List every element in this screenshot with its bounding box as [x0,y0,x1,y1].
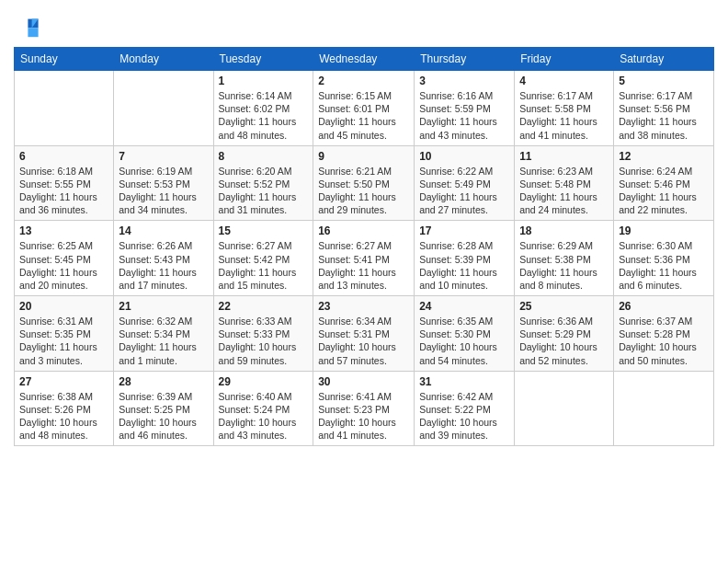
day-header-wednesday: Wednesday [313,48,415,71]
day-info: Sunrise: 6:37 AM Sunset: 5:28 PM Dayligh… [619,315,709,367]
day-header-friday: Friday [515,48,614,71]
day-number: 9 [318,150,409,163]
day-info: Sunrise: 6:38 AM Sunset: 5:26 PM Dayligh… [19,390,108,442]
day-number: 30 [318,375,409,388]
day-number: 18 [519,224,609,237]
day-info: Sunrise: 6:41 AM Sunset: 5:23 PM Dayligh… [318,390,409,442]
day-info: Sunrise: 6:39 AM Sunset: 5:25 PM Dayligh… [119,390,208,442]
calendar-cell: 1Sunrise: 6:14 AM Sunset: 6:02 PM Daylig… [213,71,313,146]
day-number: 4 [519,75,609,87]
day-number: 7 [119,150,208,163]
day-number: 27 [19,375,108,388]
day-info: Sunrise: 6:14 AM Sunset: 6:02 PM Dayligh… [219,89,309,142]
day-info: Sunrise: 6:42 AM Sunset: 5:22 PM Dayligh… [419,390,509,442]
day-info: Sunrise: 6:32 AM Sunset: 5:34 PM Dayligh… [119,315,208,367]
calendar-week-row: 6Sunrise: 6:18 AM Sunset: 5:55 PM Daylig… [15,145,714,221]
calendar-cell: 3Sunrise: 6:16 AM Sunset: 5:59 PM Daylig… [415,71,515,146]
day-number: 21 [119,300,208,313]
svg-marker-2 [28,28,38,37]
calendar-cell: 4Sunrise: 6:17 AM Sunset: 5:58 PM Daylig… [515,71,614,146]
calendar-table: SundayMondayTuesdayWednesdayThursdayFrid… [14,47,714,446]
day-info: Sunrise: 6:35 AM Sunset: 5:30 PM Dayligh… [419,315,509,367]
day-info: Sunrise: 6:40 AM Sunset: 5:24 PM Dayligh… [219,390,309,442]
day-info: Sunrise: 6:17 AM Sunset: 5:56 PM Dayligh… [619,89,709,142]
calendar-header-row: SundayMondayTuesdayWednesdayThursdayFrid… [15,48,714,71]
day-info: Sunrise: 6:21 AM Sunset: 5:50 PM Dayligh… [318,165,409,217]
day-info: Sunrise: 6:31 AM Sunset: 5:35 PM Dayligh… [19,315,108,367]
day-number: 13 [19,224,108,237]
calendar-cell [114,71,213,146]
calendar-cell: 7Sunrise: 6:19 AM Sunset: 5:53 PM Daylig… [114,145,213,221]
calendar-cell: 18Sunrise: 6:29 AM Sunset: 5:38 PM Dayli… [515,221,614,296]
calendar-cell: 26Sunrise: 6:37 AM Sunset: 5:28 PM Dayli… [614,296,714,372]
calendar-week-row: 27Sunrise: 6:38 AM Sunset: 5:26 PM Dayli… [15,371,714,446]
day-info: Sunrise: 6:16 AM Sunset: 5:59 PM Dayligh… [419,89,509,142]
calendar-cell [515,371,614,446]
day-info: Sunrise: 6:29 AM Sunset: 5:38 PM Dayligh… [519,239,609,292]
day-number: 23 [318,300,409,313]
calendar-cell: 12Sunrise: 6:24 AM Sunset: 5:46 PM Dayli… [614,145,714,221]
header [14,9,714,40]
calendar-cell: 9Sunrise: 6:21 AM Sunset: 5:50 PM Daylig… [313,145,415,221]
calendar-cell [614,371,714,446]
logo-icon [14,14,40,40]
day-info: Sunrise: 6:24 AM Sunset: 5:46 PM Dayligh… [619,165,709,217]
day-header-monday: Monday [114,48,213,71]
day-number: 2 [318,75,409,87]
day-number: 26 [619,300,709,313]
day-info: Sunrise: 6:34 AM Sunset: 5:31 PM Dayligh… [318,315,409,367]
calendar-cell: 2Sunrise: 6:15 AM Sunset: 6:01 PM Daylig… [313,71,415,146]
calendar-week-row: 13Sunrise: 6:25 AM Sunset: 5:45 PM Dayli… [15,221,714,296]
day-info: Sunrise: 6:30 AM Sunset: 5:36 PM Dayligh… [619,239,709,292]
calendar-cell: 25Sunrise: 6:36 AM Sunset: 5:29 PM Dayli… [515,296,614,372]
day-info: Sunrise: 6:20 AM Sunset: 5:52 PM Dayligh… [219,165,309,217]
day-number: 5 [619,75,709,87]
day-info: Sunrise: 6:36 AM Sunset: 5:29 PM Dayligh… [519,315,609,367]
day-number: 25 [519,300,609,313]
day-number: 19 [619,224,709,237]
calendar-cell: 21Sunrise: 6:32 AM Sunset: 5:34 PM Dayli… [114,296,213,372]
calendar-week-row: 20Sunrise: 6:31 AM Sunset: 5:35 PM Dayli… [15,296,714,372]
day-info: Sunrise: 6:19 AM Sunset: 5:53 PM Dayligh… [119,165,208,217]
calendar-cell: 8Sunrise: 6:20 AM Sunset: 5:52 PM Daylig… [213,145,313,221]
calendar-cell: 23Sunrise: 6:34 AM Sunset: 5:31 PM Dayli… [313,296,415,372]
calendar-cell: 13Sunrise: 6:25 AM Sunset: 5:45 PM Dayli… [15,221,114,296]
logo [14,14,43,40]
calendar-cell: 11Sunrise: 6:23 AM Sunset: 5:48 PM Dayli… [515,145,614,221]
day-number: 24 [419,300,509,313]
day-number: 10 [419,150,509,163]
day-number: 16 [318,224,409,237]
calendar-cell [15,71,114,146]
day-number: 3 [419,75,509,87]
calendar-cell: 31Sunrise: 6:42 AM Sunset: 5:22 PM Dayli… [415,371,515,446]
day-number: 12 [619,150,709,163]
day-number: 22 [219,300,309,313]
calendar-cell: 14Sunrise: 6:26 AM Sunset: 5:43 PM Dayli… [114,221,213,296]
day-info: Sunrise: 6:18 AM Sunset: 5:55 PM Dayligh… [19,165,108,217]
calendar-cell: 24Sunrise: 6:35 AM Sunset: 5:30 PM Dayli… [415,296,515,372]
day-number: 20 [19,300,108,313]
day-info: Sunrise: 6:26 AM Sunset: 5:43 PM Dayligh… [119,239,208,292]
day-info: Sunrise: 6:25 AM Sunset: 5:45 PM Dayligh… [19,239,108,292]
day-number: 17 [419,224,509,237]
calendar-cell: 17Sunrise: 6:28 AM Sunset: 5:39 PM Dayli… [415,221,515,296]
day-info: Sunrise: 6:27 AM Sunset: 5:42 PM Dayligh… [219,239,309,292]
day-header-tuesday: Tuesday [213,48,313,71]
calendar-cell: 29Sunrise: 6:40 AM Sunset: 5:24 PM Dayli… [213,371,313,446]
day-header-saturday: Saturday [614,48,714,71]
day-info: Sunrise: 6:27 AM Sunset: 5:41 PM Dayligh… [318,239,409,292]
day-info: Sunrise: 6:28 AM Sunset: 5:39 PM Dayligh… [419,239,509,292]
day-info: Sunrise: 6:23 AM Sunset: 5:48 PM Dayligh… [519,165,609,217]
day-number: 11 [519,150,609,163]
day-number: 6 [19,150,108,163]
day-number: 14 [119,224,208,237]
calendar-cell: 6Sunrise: 6:18 AM Sunset: 5:55 PM Daylig… [15,145,114,221]
calendar-cell: 5Sunrise: 6:17 AM Sunset: 5:56 PM Daylig… [614,71,714,146]
calendar-week-row: 1Sunrise: 6:14 AM Sunset: 6:02 PM Daylig… [15,71,714,146]
day-info: Sunrise: 6:15 AM Sunset: 6:01 PM Dayligh… [318,89,409,142]
day-number: 1 [219,75,309,87]
day-number: 8 [219,150,309,163]
day-header-thursday: Thursday [415,48,515,71]
calendar-cell: 10Sunrise: 6:22 AM Sunset: 5:49 PM Dayli… [415,145,515,221]
day-info: Sunrise: 6:17 AM Sunset: 5:58 PM Dayligh… [519,89,609,142]
